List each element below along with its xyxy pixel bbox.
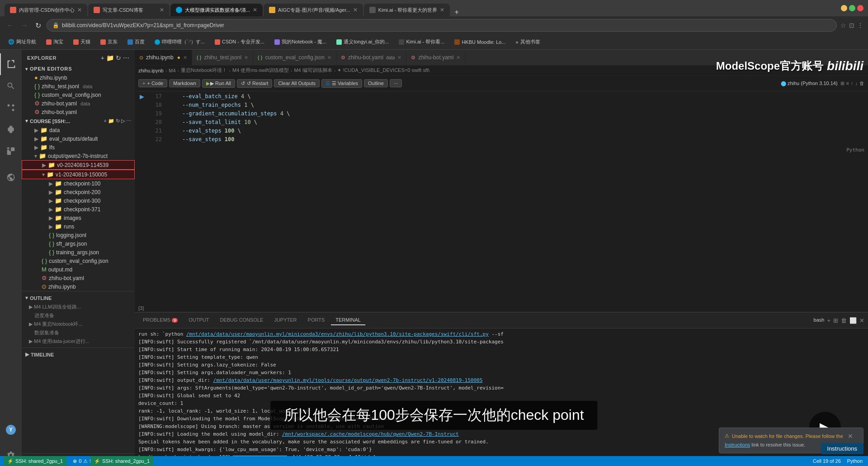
browser-tab-4[interactable]: AIGC专题-图片/声音/视频/Ager... ✕ bbox=[264, 4, 363, 16]
new-file-btn[interactable]: + bbox=[104, 118, 107, 124]
bookmark-4[interactable]: 百度 bbox=[124, 38, 148, 46]
folder-runs[interactable]: ▶ 📁 runs bbox=[22, 222, 135, 231]
status-language[interactable]: Python bbox=[845, 458, 864, 464]
term-tab-debug[interactable]: DEBUG CONSOLE bbox=[215, 315, 268, 325]
move-down-icon[interactable]: ↓ bbox=[855, 81, 858, 86]
folder-ckpt100[interactable]: ▶ 📁 checkpoint-100 bbox=[22, 179, 135, 188]
bookmark-10[interactable]: HKBU Moodle: Lo... bbox=[451, 38, 509, 46]
outline-item-0[interactable]: ▶ M4 LLM训练全链路... bbox=[25, 303, 131, 311]
open-editor-4[interactable]: ⚙ zhihu-bot.yaml bbox=[22, 108, 135, 116]
instructions-button[interactable]: Instructions bbox=[821, 443, 863, 454]
bookmark-7[interactable]: 我的Notebook - 魔... bbox=[271, 38, 330, 46]
open-editor-1[interactable]: { } zhihu_test.jsonl data bbox=[22, 82, 135, 90]
variables-button[interactable]: ☰ ☰ Variables bbox=[321, 79, 362, 88]
folder-output[interactable]: ▾ 📁 output/qwen2-7b-instruct bbox=[22, 152, 135, 160]
tab-close-2[interactable]: ✕ bbox=[160, 7, 164, 13]
activity-account[interactable]: Y bbox=[0, 419, 22, 441]
split-icon[interactable]: ⊞ bbox=[840, 81, 844, 86]
refresh-btn[interactable]: ↻ bbox=[116, 118, 120, 124]
activity-explorer[interactable] bbox=[0, 53, 22, 75]
back-button[interactable]: ← bbox=[5, 21, 15, 29]
restart-button[interactable]: ↺ ↺ Restart bbox=[237, 79, 273, 88]
editor-tab-0[interactable]: ⊙ zhihu.ipynb ● ✕ bbox=[135, 50, 192, 65]
bookmark-8[interactable]: 通义tongyi.ai_你的... bbox=[333, 38, 392, 46]
bookmark-0[interactable]: 🌐 网址导航 bbox=[5, 38, 40, 46]
open-editor-2[interactable]: { } custom_eval_config.json bbox=[22, 90, 135, 99]
folder-v0[interactable]: ▶ 📁 v0-20240819-114539 bbox=[22, 160, 135, 170]
editor-tab-1[interactable]: { } zhihu_test.jsonl ✕ bbox=[192, 50, 253, 65]
folder-images[interactable]: ▶ 📁 images bbox=[22, 214, 135, 222]
term-tab-jupyter[interactable]: JUPYTER bbox=[269, 315, 301, 325]
folder-ckpt371[interactable]: ▶ 📁 checkpoint-371 bbox=[22, 205, 135, 214]
outline-item-2[interactable]: ▶ M4 重启Notebook环... bbox=[25, 320, 131, 328]
add-markdown-button[interactable]: Markdown bbox=[169, 79, 200, 87]
outline-section-header[interactable]: ▾ OUTLINE bbox=[22, 293, 135, 303]
kill-term-icon[interactable]: 🗑 bbox=[841, 317, 847, 324]
minimize-button[interactable]: − bbox=[841, 5, 847, 11]
status-cell-info[interactable]: Cell 19 of 26 bbox=[811, 458, 843, 464]
course-section[interactable]: ▾ COURSE [SSH:... + 📁 ↻ ▷ ⋯ bbox=[22, 116, 135, 126]
maximize-button[interactable]: □ bbox=[849, 5, 855, 11]
file-output-md[interactable]: M output.md bbox=[22, 265, 135, 274]
bookmark-2[interactable]: 天猫 bbox=[70, 38, 94, 46]
collapse-btn[interactable]: ▷ bbox=[121, 118, 125, 124]
tab-close-2[interactable]: ✕ bbox=[327, 55, 331, 61]
star-icon[interactable]: ☆ bbox=[840, 22, 846, 29]
tab-close-5[interactable]: ✕ bbox=[440, 7, 444, 13]
file-training-args[interactable]: { } training_args.json bbox=[22, 248, 135, 257]
activity-extensions[interactable] bbox=[0, 140, 22, 162]
file-zhihu-bot-yaml[interactable]: ⚙ zhihu-bot.yaml bbox=[22, 274, 135, 282]
outline-button[interactable]: Outline bbox=[364, 79, 388, 87]
more-btn[interactable]: ⋯ bbox=[126, 118, 131, 124]
folder-lfs[interactable]: ▶ 📁 lfs bbox=[22, 143, 135, 152]
folder-data[interactable]: ▶ 📁 data bbox=[22, 126, 135, 134]
bookmark-6[interactable]: CSDN - 专业开发... bbox=[211, 38, 268, 46]
bookmark-9[interactable]: Kimi.ai - 帮你看... bbox=[395, 38, 448, 46]
editor-tab-3[interactable]: ⚙ zhihu-bot.yaml data ✕ bbox=[336, 50, 407, 65]
browser-tab-2[interactable]: 写文章-CSDN博客 ✕ bbox=[88, 4, 170, 16]
move-up-icon[interactable]: ↑ bbox=[851, 81, 854, 86]
term-tab-output[interactable]: OUTPUT bbox=[184, 315, 213, 325]
browser-tab-5[interactable]: Kimi.ai - 帮你看更大的世界 ✕ bbox=[364, 4, 450, 16]
notification-close[interactable]: ✕ bbox=[848, 433, 853, 440]
notification-instructions-link[interactable]: Instructions bbox=[725, 442, 750, 447]
close-term-icon[interactable]: ✕ bbox=[859, 317, 864, 324]
tab-close-4[interactable]: ✕ bbox=[456, 55, 460, 61]
open-editor-3[interactable]: ⚙ zhihu-bot.yaml data bbox=[22, 99, 135, 108]
run-cell-button[interactable]: ▶ bbox=[135, 91, 147, 100]
outline-item-1[interactable]: 进度准备 bbox=[25, 311, 131, 320]
outline-item-4[interactable]: ▶ M4 使用data-juicer进行... bbox=[25, 337, 131, 346]
term-tab-ports[interactable]: PORTS bbox=[303, 315, 330, 325]
bookmark-more[interactable]: » 其他书签 bbox=[512, 38, 544, 46]
tab-close-4[interactable]: ✕ bbox=[353, 7, 358, 13]
bookmark-3[interactable]: 京东 bbox=[97, 38, 121, 46]
status-remote[interactable]: ⚡ SSH: shared_2gpu_1 bbox=[4, 456, 66, 466]
collapse-cells-icon[interactable]: ≡ bbox=[846, 81, 849, 86]
new-folder-btn[interactable]: 📁 bbox=[108, 118, 114, 124]
activity-debug[interactable] bbox=[0, 119, 22, 140]
folder-v1[interactable]: ▾ 📁 v1-20240819-150005 bbox=[22, 170, 135, 179]
tab-close-0[interactable]: ✕ bbox=[183, 55, 187, 61]
term-tab-terminal[interactable]: TERMINAL bbox=[331, 315, 365, 325]
add-code-button[interactable]: + + Code bbox=[138, 79, 167, 87]
maximize-term-icon[interactable]: ⬜ bbox=[849, 317, 857, 324]
bookmark-5[interactable]: 哔哩哔哩（`·'）す... bbox=[151, 38, 208, 46]
new-folder-icon[interactable]: 📁 bbox=[106, 54, 114, 62]
file-sft-args[interactable]: { } sft_args.json bbox=[22, 239, 135, 248]
forward-button[interactable]: → bbox=[19, 21, 30, 29]
new-term-icon[interactable]: + bbox=[827, 317, 830, 324]
editor-tab-4[interactable]: ⚙ zhihu-bot.yaml ✕ bbox=[406, 50, 465, 65]
open-editors-section[interactable]: ▾ OPEN EDITORS bbox=[22, 64, 135, 73]
activity-git[interactable] bbox=[0, 97, 22, 119]
file-custom-eval[interactable]: { } custom_eval_config.json bbox=[22, 257, 135, 265]
outline-item-3[interactable]: 数据集准备 bbox=[25, 328, 131, 337]
split-term-icon[interactable]: ⊞ bbox=[833, 317, 838, 324]
reload-button[interactable]: ↻ bbox=[33, 21, 43, 30]
activity-remote[interactable] bbox=[0, 166, 22, 188]
cast-icon[interactable]: ⊡ bbox=[849, 22, 854, 29]
browser-tab-3[interactable]: 大模型微调实践数据准备/清... ✕ bbox=[170, 4, 263, 16]
tab-close-3[interactable]: ✕ bbox=[397, 55, 401, 61]
folder-ckpt200[interactable]: ▶ 📁 checkpoint-200 bbox=[22, 188, 135, 196]
collapse-icon[interactable]: ⋯ bbox=[123, 54, 129, 62]
folder-ckpt300[interactable]: ▶ 📁 checkpoint-300 bbox=[22, 196, 135, 205]
